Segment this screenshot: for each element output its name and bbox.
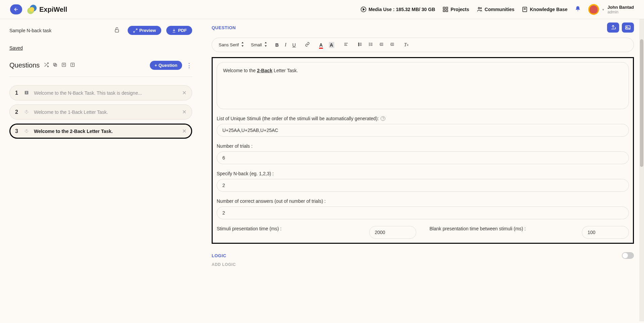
align-button[interactable] bbox=[342, 41, 350, 48]
user-profile[interactable]: ▾ John Bantad admin bbox=[588, 4, 634, 15]
bullet-list-button[interactable] bbox=[367, 41, 375, 48]
font-size-select[interactable]: Small bbox=[251, 42, 267, 48]
text-format-group: B I U bbox=[274, 42, 297, 48]
notification-bell-icon[interactable] bbox=[575, 6, 581, 13]
trials-input[interactable] bbox=[217, 151, 629, 164]
stimuli-field: List of Unique Stimuli (the order of the… bbox=[217, 116, 629, 137]
bold-button[interactable]: B bbox=[274, 42, 280, 48]
nav-knowledge-base[interactable]: Knowledge Base bbox=[522, 6, 567, 12]
svg-rect-5 bbox=[443, 10, 445, 12]
clear-format-button[interactable]: T× bbox=[403, 41, 410, 48]
link-button[interactable] bbox=[304, 41, 311, 48]
svg-point-22 bbox=[26, 129, 27, 131]
section-title: QUESTION bbox=[212, 25, 236, 30]
brand-name: ExpiWell bbox=[39, 6, 67, 13]
back-arrow-icon bbox=[13, 7, 19, 12]
close-icon[interactable]: ✕ bbox=[182, 90, 186, 96]
main-container: Sample N-back task Preview PDF Saved bbox=[0, 19, 644, 321]
scrollbar[interactable] bbox=[639, 19, 644, 321]
help-icon[interactable]: ? bbox=[381, 116, 385, 121]
italic-button[interactable]: I bbox=[284, 42, 288, 48]
ordered-list-button[interactable]: 123 bbox=[356, 41, 364, 48]
add-logic-label: ADD LOGIC bbox=[212, 262, 634, 267]
presentation-input[interactable] bbox=[369, 226, 416, 239]
stimuli-label: List of Unique Stimuli (the order of the… bbox=[217, 116, 629, 121]
text-color-button[interactable]: A bbox=[318, 42, 324, 48]
svg-point-7 bbox=[480, 8, 481, 9]
font-family-select[interactable]: Sans Serif bbox=[219, 42, 244, 48]
svg-point-37 bbox=[369, 43, 369, 43]
nback-input[interactable] bbox=[217, 179, 629, 192]
svg-marker-1 bbox=[363, 8, 364, 10]
close-icon[interactable]: ✕ bbox=[182, 128, 186, 134]
more-options-icon[interactable]: ⋮ bbox=[186, 62, 192, 69]
select-arrows-icon bbox=[241, 42, 244, 48]
back-button[interactable] bbox=[10, 4, 22, 14]
correct-input[interactable] bbox=[217, 206, 629, 219]
left-panel: Sample N-back task Preview PDF Saved bbox=[0, 19, 202, 321]
list-group: 123 bbox=[356, 41, 396, 48]
underline-button[interactable]: U bbox=[291, 42, 297, 48]
logo-icon bbox=[27, 5, 37, 14]
highlight-button[interactable]: A bbox=[328, 42, 336, 48]
users-icon bbox=[477, 6, 483, 12]
color-group: A A bbox=[318, 42, 335, 48]
blank-label: Blank presentation time between stimuli … bbox=[430, 226, 577, 231]
link-group bbox=[304, 41, 311, 48]
saved-status: Saved bbox=[9, 45, 23, 51]
play-icon bbox=[360, 6, 367, 12]
clear-group: T× bbox=[403, 41, 410, 48]
top-nav: ExpiWell Media Use : 185.32 MB/ 30 GB Pr… bbox=[0, 0, 644, 19]
questions-title: Questions bbox=[9, 61, 40, 69]
add-question-button[interactable]: + Question bbox=[150, 61, 182, 70]
shuffle-icon[interactable] bbox=[44, 62, 49, 69]
logo[interactable]: ExpiWell bbox=[27, 5, 67, 14]
unlock-icon[interactable] bbox=[114, 27, 120, 34]
scrollbar-thumb[interactable] bbox=[640, 39, 643, 167]
highlighted-form-section: Welcome to the 2-Back Letter Task. List … bbox=[212, 57, 634, 244]
correct-label: Number of correct answers (out of number… bbox=[217, 198, 629, 204]
grid-icon bbox=[442, 6, 448, 12]
upload-button[interactable] bbox=[607, 22, 619, 33]
svg-point-39 bbox=[369, 45, 369, 46]
question-item-3[interactable]: 3 Welcome to the 2-Back Letter Task. ✕ bbox=[9, 124, 192, 139]
preview-button[interactable]: Preview bbox=[128, 26, 161, 35]
nav-projects[interactable]: Projects bbox=[442, 6, 469, 12]
stimuli-input[interactable] bbox=[217, 124, 629, 137]
question-editor[interactable]: Welcome to the 2-Back Letter Task. bbox=[217, 62, 629, 109]
list-icon[interactable] bbox=[61, 62, 67, 69]
nback-field: Specify N-back (eg. 1,2,3) : bbox=[217, 171, 629, 192]
indent-button[interactable] bbox=[389, 41, 396, 48]
questions-header: Questions + Question ⋮ bbox=[9, 61, 192, 77]
chevron-down-icon: ▾ bbox=[602, 8, 604, 11]
copy-icon[interactable] bbox=[52, 62, 58, 69]
question-item-1[interactable]: 1 i Welcome to the N-Back Task. This tas… bbox=[9, 85, 192, 100]
book-icon bbox=[522, 6, 528, 12]
svg-point-18 bbox=[73, 66, 73, 66]
question-text: Welcome to the 1-Back Letter Task. bbox=[34, 109, 178, 115]
svg-point-38 bbox=[369, 44, 369, 44]
image-button[interactable] bbox=[622, 22, 634, 33]
select-arrows-icon bbox=[264, 42, 267, 48]
presentation-label: Stimuli presentation time (ms) : bbox=[217, 226, 364, 231]
question-item-2[interactable]: 2 Welcome to the 1-Back Letter Task. ✕ bbox=[9, 104, 192, 120]
question-number: 2 bbox=[15, 109, 20, 115]
outdent-button[interactable] bbox=[378, 41, 385, 48]
help-icon[interactable] bbox=[70, 62, 75, 69]
trials-field: Number of trials : bbox=[217, 143, 629, 164]
close-icon[interactable]: ✕ bbox=[182, 109, 186, 115]
task-header: Sample N-back task Preview PDF bbox=[9, 26, 192, 35]
blank-field: Blank presentation time between stimuli … bbox=[430, 226, 629, 239]
nav-right: Media Use : 185.32 MB/ 30 GB Projects Co… bbox=[360, 4, 634, 15]
editor-toolbar: Sans Serif Small B I U bbox=[212, 38, 634, 52]
logic-toggle[interactable] bbox=[622, 252, 634, 259]
right-panel: QUESTION Sans Serif bbox=[202, 19, 644, 321]
blank-input[interactable] bbox=[582, 226, 629, 239]
task-icon bbox=[24, 128, 30, 134]
question-text: Welcome to the 2-Back Letter Task. bbox=[34, 129, 178, 134]
media-use-indicator[interactable]: Media Use : 185.32 MB/ 30 GB bbox=[360, 6, 435, 12]
logic-title: LOGIC bbox=[212, 253, 226, 258]
nav-communities[interactable]: Communities bbox=[477, 6, 515, 12]
question-number: 3 bbox=[15, 128, 20, 134]
pdf-button[interactable]: PDF bbox=[166, 26, 192, 35]
